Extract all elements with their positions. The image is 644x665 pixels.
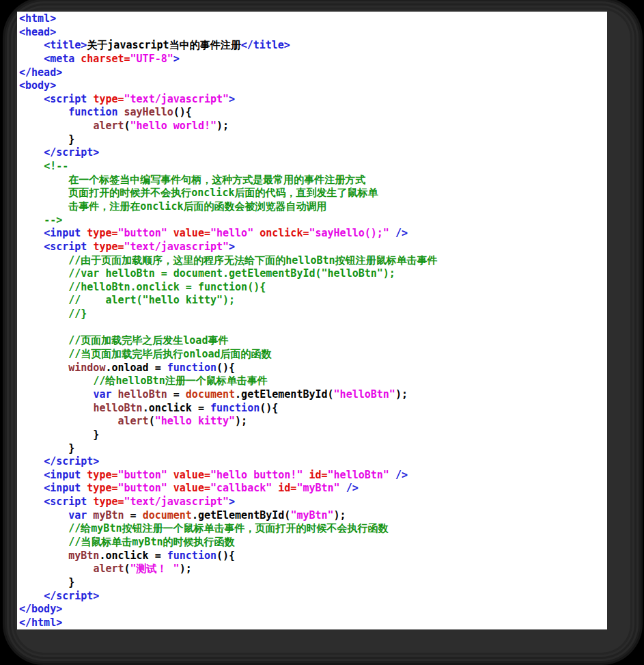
code-token-tag: <input [44, 227, 87, 239]
code-line: --> [19, 214, 607, 228]
code-token-keyword: var [68, 509, 87, 521]
code-token-attr: id= [272, 482, 296, 494]
code-token-tag: <script [44, 241, 93, 253]
code-token-ident: myBtn [87, 509, 124, 521]
code-token-plain [19, 388, 93, 401]
code-token-value: "button" [118, 482, 167, 494]
code-line: //页面加载完毕之后发生load事件 [19, 334, 607, 348]
code-token-plain: } [19, 576, 74, 588]
code-token-plain [19, 562, 93, 575]
code-token-plain [19, 522, 68, 534]
code-token-tag: </title> [241, 39, 290, 51]
code-token-value: "myBtn" [290, 509, 333, 521]
code-token-plain: ); [216, 120, 229, 132]
code-token-plain [19, 348, 68, 360]
code-token-attr: value= [167, 469, 210, 481]
code-line: <input type="button" value="callback" id… [19, 482, 607, 496]
code-token-value: "button" [118, 469, 167, 481]
code-line: myBtn.onclick = function(){ [19, 549, 607, 563]
code-token-plain: } [19, 133, 74, 146]
code-token-value: "hello button!" [210, 469, 303, 481]
code-token-plain: (){ [260, 402, 278, 414]
code-token-attr: value= [167, 227, 210, 239]
code-line: <title>关于javascript当中的事件注册</title> [19, 39, 607, 53]
code-token-value: "hello kitty" [155, 415, 235, 427]
code-token-tag: </script> [44, 455, 99, 467]
code-token-tag: <body> [19, 79, 56, 92]
code-line: //} [19, 308, 607, 321]
code-token-ident: helloBtn [111, 388, 167, 401]
code-token-keyword: function [167, 549, 216, 562]
code-line: <head> [19, 26, 607, 40]
code-token-plain: .onload = [105, 362, 167, 374]
code-token-value: "button" [118, 227, 167, 239]
code-line: window.onload = function(){ [19, 362, 607, 375]
code-token-value: "text/javascript" [124, 496, 229, 508]
code-token-value: "sayHello();" [309, 227, 389, 239]
code-token-tag: > [229, 93, 235, 105]
code-token-plain [19, 53, 44, 65]
code-token-ident: alert [93, 120, 124, 132]
code-line: //当页面加载完毕后执行onload后面的函数 [19, 348, 607, 362]
code-token-plain: ( [124, 120, 130, 132]
code-token-comment: 在一个标签当中编写事件句柄，这种方式是最常用的事件注册方式 [68, 174, 365, 186]
code-token-tag: <input [44, 469, 87, 481]
code-line: } [19, 429, 607, 442]
code-token-plain: .onclick = [99, 549, 167, 562]
code-token-attr: type= [87, 469, 117, 481]
code-token-plain [19, 174, 68, 186]
code-token-plain: } [19, 442, 74, 454]
code-token-value: "helloBtn" [334, 388, 395, 401]
code-token-plain [19, 281, 68, 293]
code-token-plain [19, 469, 44, 481]
code-token-keyword: var [93, 388, 111, 401]
code-token-tag: </script> [44, 590, 99, 602]
code-line: </body> [19, 603, 607, 616]
code-line [19, 321, 607, 335]
code-line: <meta charset="UTF-8"> [19, 53, 607, 66]
code-token-plain: } [19, 429, 99, 441]
code-token-keyword: function [210, 402, 260, 414]
code-token-ident: alert [93, 562, 124, 575]
code-token-tag: > [173, 53, 180, 65]
code-token-comment: //var helloBtn = document.getElementById… [68, 267, 395, 280]
code-token-ident: window [68, 362, 105, 374]
code-token-plain [19, 146, 44, 159]
code-token-ident: sayHello [118, 106, 173, 118]
code-token-value: "myBtn" [296, 482, 339, 494]
code-token-plain [19, 254, 68, 267]
code-token-tag: <head> [19, 26, 56, 38]
code-line: <script type="text/javascript"> [19, 93, 607, 107]
code-line: 页面打开的时候并不会执行onclick后面的代码，直到发生了鼠标单 [19, 187, 607, 200]
code-token-plain: ( [124, 562, 130, 575]
code-token-plain [19, 549, 68, 562]
code-token-plain: ); [334, 509, 346, 521]
code-token-ident: helloBtn [93, 402, 142, 414]
code-token-tag: </body> [19, 603, 62, 615]
code-token-tag: > [229, 241, 235, 253]
code-line: </script> [19, 590, 607, 603]
code-token-dom: document [186, 388, 235, 401]
code-token-tag: <script [44, 93, 93, 105]
code-line: function sayHello(){ [19, 106, 607, 120]
code-line: //helloBtn.onclick = function(){ [19, 281, 607, 295]
code-line: </script> [19, 455, 607, 469]
code-token-plain [19, 496, 44, 508]
code-line: <!-- [19, 160, 607, 174]
code-token-value: "helloBtn" [328, 469, 389, 481]
code-token-plain [19, 482, 44, 494]
code-token-plain: ); [180, 562, 192, 575]
code-line: alert("hello world!"); [19, 120, 607, 133]
code-line: <input type="button" value="hello" oncli… [19, 227, 607, 241]
code-line: //给helloBtn注册一个鼠标单击事件 [19, 375, 607, 388]
code-line: 在一个标签当中编写事件句柄，这种方式是最常用的事件注册方式 [19, 174, 607, 187]
code-token-plain [19, 241, 44, 253]
code-token-comment: //给helloBtn注册一个鼠标单击事件 [93, 375, 267, 387]
code-token-comment: //当页面加载完毕后执行onload后面的函数 [68, 348, 271, 360]
code-line: } [19, 133, 607, 147]
code-line: alert("测试！ "); [19, 562, 607, 576]
code-line: //当鼠标单击myBtn的时候执行函数 [19, 536, 607, 549]
code-token-tag: <script [44, 496, 93, 508]
code-token-comment: //由于页面加载顺序，这里的程序无法给下面的helloBtn按钮注册鼠标单击事件 [68, 254, 437, 267]
code-token-plain: .getElementById( [192, 509, 291, 521]
